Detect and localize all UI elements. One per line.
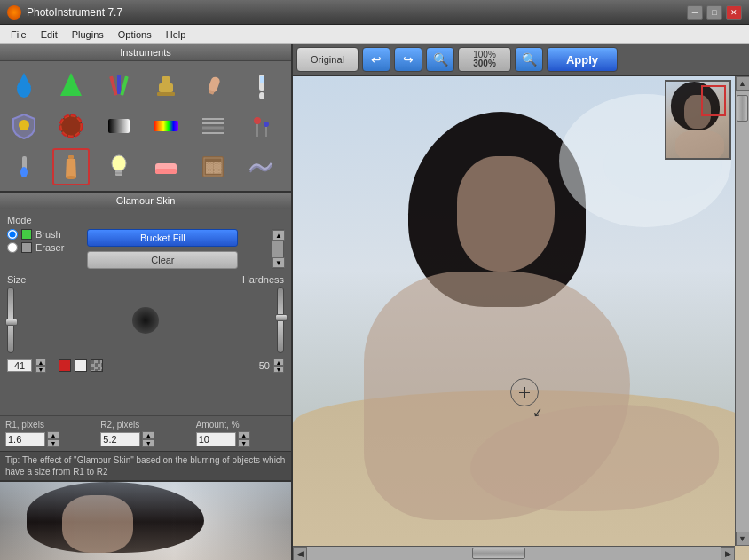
- scroll-down-btn[interactable]: ▼: [736, 532, 750, 546]
- r2-down[interactable]: ▼: [142, 439, 154, 447]
- tool-gradient[interactable]: [100, 107, 138, 145]
- thumbnail-image: [666, 82, 729, 158]
- tool-bottle[interactable]: [52, 148, 90, 185]
- brush-cursor: [510, 378, 539, 406]
- hardness-up-btn[interactable]: ▲: [273, 359, 284, 366]
- scroll-left-btn[interactable]: ◀: [293, 547, 307, 561]
- preview-image: [0, 482, 291, 560]
- zoom-display[interactable]: 100% 300%: [458, 47, 511, 72]
- redo-icon: ↪: [403, 52, 414, 67]
- size-down-btn[interactable]: ▼: [35, 366, 46, 373]
- tool-color-circle[interactable]: [52, 107, 90, 145]
- tool-rainbow[interactable]: [147, 107, 185, 145]
- minimize-button[interactable]: ─: [687, 5, 703, 20]
- figure-face: [457, 156, 555, 272]
- svg-rect-8: [157, 92, 175, 96]
- eraser-label: Eraser: [35, 242, 64, 253]
- zoom-out-button[interactable]: 🔍: [515, 47, 543, 72]
- zoom-in-search[interactable]: 🔍: [426, 47, 454, 72]
- svg-rect-37: [155, 169, 177, 174]
- tool-pencils[interactable]: [100, 67, 138, 104]
- tip-text: Tip: The effect of "Glamour Skin" based …: [0, 451, 291, 480]
- menu-help[interactable]: Help: [159, 28, 193, 42]
- mode-brush-option[interactable]: Brush: [7, 229, 64, 240]
- tool-brush-small[interactable]: [5, 148, 43, 185]
- hardness-down-btn[interactable]: ▼: [273, 366, 284, 373]
- undo-button[interactable]: ↩: [362, 47, 390, 72]
- menu-options[interactable]: Options: [111, 28, 159, 42]
- menu-file[interactable]: File: [4, 28, 34, 42]
- clear-button[interactable]: Clear: [87, 251, 238, 269]
- mode-brush-radio[interactable]: [7, 229, 18, 240]
- tool-smudge[interactable]: [242, 148, 280, 185]
- size-input[interactable]: 41: [7, 359, 32, 372]
- hardness-spinners: ▲ ▼: [273, 359, 284, 373]
- image-area[interactable]: ↙ ▲ ▼: [293, 76, 749, 560]
- crosshair-icon: [519, 387, 530, 398]
- tool-shield[interactable]: [5, 107, 43, 145]
- glamour-content: Mode Brush Eraser: [0, 209, 291, 415]
- scroll-right-btn[interactable]: ▶: [721, 547, 735, 561]
- r1-input-row: ▲ ▼: [5, 431, 95, 447]
- tool-eraser[interactable]: [147, 148, 185, 185]
- svg-rect-13: [260, 76, 264, 83]
- mode-eraser-radio[interactable]: [7, 242, 18, 253]
- tool-skin-tube[interactable]: [194, 67, 232, 104]
- scroll-up-btn[interactable]: ▲: [736, 76, 750, 91]
- scroll-track-vertical[interactable]: [736, 91, 749, 532]
- r2-up[interactable]: ▲: [142, 431, 154, 439]
- thumbnail-selection[interactable]: [701, 85, 726, 116]
- panel-scroll-down[interactable]: ▼: [272, 257, 285, 268]
- amount-down[interactable]: ▼: [238, 439, 250, 447]
- bottom-scrollbar[interactable]: ◀ ▶: [293, 546, 735, 560]
- r2-input[interactable]: [100, 432, 140, 446]
- checker-pattern[interactable]: [91, 359, 103, 372]
- foreground-color[interactable]: [59, 359, 71, 372]
- size-slider[interactable]: [7, 287, 14, 353]
- tool-texture[interactable]: ▓▓: [194, 148, 232, 185]
- cursor-arrow-icon: ↙: [532, 404, 545, 420]
- tool-pins[interactable]: [242, 107, 280, 145]
- tool-lines[interactable]: [194, 107, 232, 145]
- close-button[interactable]: ✕: [726, 5, 742, 20]
- maximize-button[interactable]: □: [706, 5, 722, 20]
- amount-up[interactable]: ▲: [238, 431, 250, 439]
- menu-edit[interactable]: Edit: [34, 28, 65, 42]
- tool-paint-cone[interactable]: [52, 67, 90, 104]
- svg-point-30: [20, 167, 28, 177]
- titlebar: PhotoInstrument 7.7 ─ □ ✕: [0, 0, 749, 25]
- svg-point-33: [112, 155, 126, 171]
- top-toolbar: Original ↩ ↪ 🔍 100% 300% 🔍 Apply: [293, 44, 749, 76]
- tool-water-drop[interactable]: [5, 67, 43, 104]
- scroll-thumb-horizontal[interactable]: [472, 548, 525, 559]
- hardness-slider[interactable]: [277, 287, 284, 353]
- r1-down[interactable]: ▼: [47, 439, 59, 447]
- scroll-track-horizontal[interactable]: [307, 547, 721, 560]
- zoom-search-icon: 🔍: [433, 52, 448, 67]
- original-button[interactable]: Original: [296, 47, 359, 72]
- bucket-fill-button[interactable]: Bucket Fill: [87, 229, 238, 247]
- hardness-value-display: 50: [245, 360, 270, 371]
- menu-plugins[interactable]: Plugins: [65, 28, 111, 42]
- r1-input[interactable]: [5, 432, 45, 446]
- preview-strip: [0, 480, 291, 560]
- right-panel: Original ↩ ↪ 🔍 100% 300% 🔍 Apply: [293, 44, 749, 560]
- r1-up[interactable]: ▲: [47, 431, 59, 439]
- panel-scroll-up[interactable]: ▲: [272, 230, 285, 241]
- tool-bulb[interactable]: [100, 148, 138, 185]
- mode-eraser-option[interactable]: Eraser: [7, 242, 64, 253]
- brush-color-indicator: [21, 229, 32, 240]
- size-label: Size: [7, 274, 26, 285]
- redo-button[interactable]: ↪: [394, 47, 422, 72]
- tool-stamp[interactable]: [147, 67, 185, 104]
- background-color[interactable]: [75, 359, 87, 372]
- amount-input[interactable]: [196, 432, 236, 446]
- menubar: File Edit Plugins Options Help: [0, 25, 749, 44]
- scroll-thumb-vertical[interactable]: [737, 95, 748, 122]
- right-scrollbar[interactable]: ▲ ▼: [735, 76, 749, 546]
- instruments-grid: ▓▓: [0, 61, 291, 191]
- preview-face-shape: [62, 495, 133, 553]
- apply-button[interactable]: Apply: [547, 47, 618, 72]
- tool-dropper[interactable]: [242, 67, 280, 104]
- size-up-btn[interactable]: ▲: [35, 359, 46, 366]
